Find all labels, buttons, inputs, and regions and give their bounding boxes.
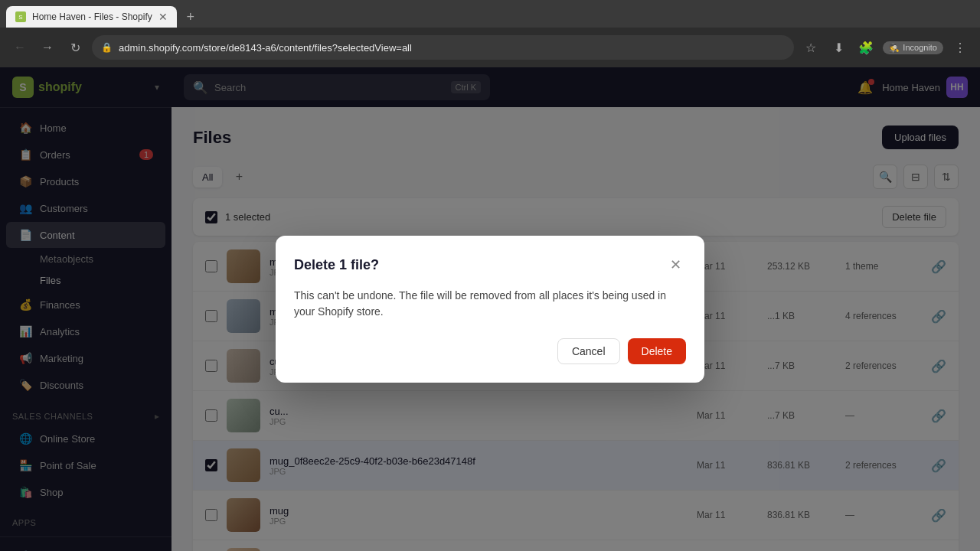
reload-button[interactable]: ↻ [64,37,86,58]
lock-icon: 🔒 [101,42,113,53]
extension-icon[interactable]: 🧩 [855,37,877,58]
modal-footer: Cancel Delete [294,338,686,364]
tab-close-button[interactable]: ✕ [158,11,168,23]
bookmark-icon[interactable]: ☆ [800,37,822,58]
browser-right-controls: ☆ ⬇ 🧩 🕵 Incognito ⋮ [800,37,971,58]
browser-controls: ← → ↻ 🔒 admin.shopify.com/store/de8143-a… [0,28,980,67]
modal-close-button[interactable]: ✕ [665,254,686,276]
back-button[interactable]: ← [9,37,31,58]
url-text: admin.shopify.com/store/de8143-a6/conten… [119,42,412,54]
tab-title: Home Haven - Files - Shopify [32,11,152,22]
tab-favicon: S [15,11,26,22]
modal-overlay[interactable]: Delete 1 file? ✕ This can't be undone. T… [0,67,980,551]
incognito-label: Incognito [903,43,937,52]
modal-body: This can't be undone. The file will be r… [294,288,686,320]
modal-header: Delete 1 file? ✕ [294,254,686,276]
download-icon[interactable]: ⬇ [828,37,849,58]
new-tab-button[interactable]: + [180,6,201,28]
menu-icon[interactable]: ⋮ [949,37,971,58]
incognito-badge: 🕵 Incognito [883,41,943,54]
browser-tab-active[interactable]: S Home Haven - Files - Shopify ✕ [6,6,177,28]
forward-button[interactable]: → [37,37,58,58]
browser-tabs: S Home Haven - Files - Shopify ✕ + [0,0,980,28]
delete-modal: Delete 1 file? ✕ This can't be undone. T… [276,236,704,383]
browser-chrome: S Home Haven - Files - Shopify ✕ + ← → ↻… [0,0,980,67]
modal-title: Delete 1 file? [294,257,379,273]
address-bar[interactable]: 🔒 admin.shopify.com/store/de8143-a6/cont… [92,35,794,60]
modal-delete-button[interactable]: Delete [628,338,686,364]
modal-cancel-button[interactable]: Cancel [557,338,620,364]
incognito-icon: 🕵 [889,43,900,53]
